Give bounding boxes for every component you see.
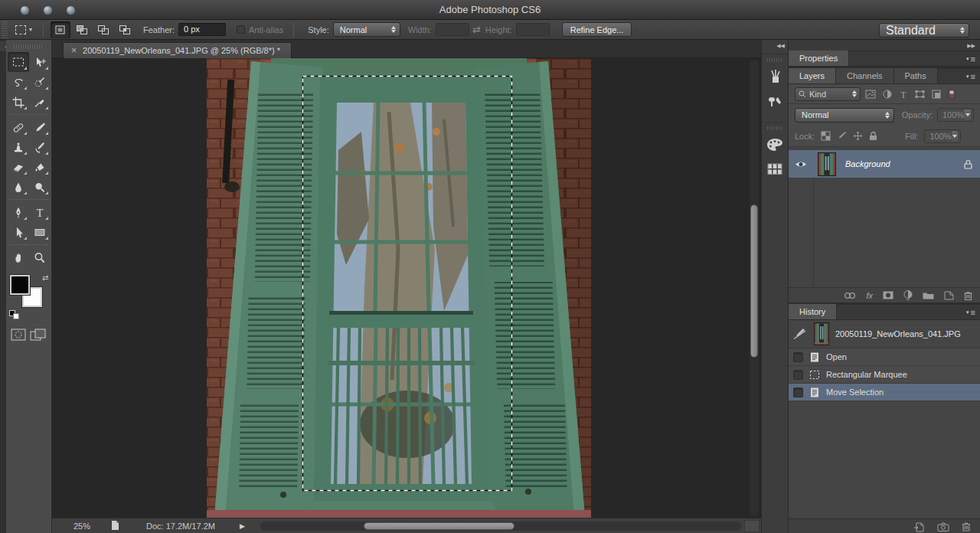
width-input[interactable] (436, 23, 469, 36)
antialias-checkbox[interactable] (237, 25, 245, 34)
screen-mode-dropdown[interactable]: Standard (879, 23, 969, 38)
foreground-color-swatch[interactable] (10, 275, 30, 295)
zoom-tool[interactable] (29, 247, 51, 267)
tab-layers[interactable]: Layers (789, 68, 836, 83)
rectangular-marquee-tool[interactable] (8, 52, 29, 72)
intersect-selection-button[interactable] (115, 21, 135, 38)
lock-all-icon[interactable] (869, 131, 877, 141)
pen-tool[interactable] (8, 202, 29, 222)
history-brush-tool[interactable] (29, 137, 51, 157)
history-item-rectangular-marquee[interactable]: Rectangular Marquee (789, 366, 980, 384)
history-snapshot-row[interactable]: 20050119_NewOrleans_041.JPG (789, 320, 980, 348)
tool-preset-picker[interactable]: ▾ (11, 24, 37, 36)
add-layer-mask-icon[interactable] (883, 291, 893, 299)
filter-shape-layers-icon[interactable] (915, 90, 925, 99)
screen-mode-button[interactable] (30, 329, 47, 345)
tab-paths[interactable]: Paths (894, 68, 938, 83)
dock-grip[interactable] (767, 126, 782, 130)
layer-visibility-toggle[interactable] (789, 160, 813, 168)
layer-filter-kind-dropdown[interactable]: Kind (795, 87, 861, 101)
close-tab-icon[interactable]: × (71, 45, 77, 56)
quick-mask-button[interactable] (11, 329, 26, 345)
gradient-tool[interactable] (29, 157, 51, 177)
layer-thumbnail[interactable] (818, 152, 836, 176)
quick-selection-tool[interactable] (29, 72, 51, 92)
layer-name[interactable]: Background (845, 159, 964, 168)
canvas-viewport[interactable] (52, 58, 761, 518)
feather-input[interactable]: 0 px (178, 23, 226, 36)
type-tool[interactable]: T (29, 202, 51, 222)
document-tab[interactable]: × 20050119_NewOrleans_041.JPG @ 25% (RGB… (63, 42, 292, 58)
swap-colors-icon[interactable]: ⇄ (42, 273, 48, 282)
eyedropper-tool[interactable] (29, 92, 51, 112)
document-size-readout[interactable]: Doc: 17.2M/17.2M (146, 522, 215, 531)
history-item-move-selection[interactable]: Move Selection (789, 384, 980, 401)
horizontal-scrollbar[interactable] (260, 522, 741, 531)
layer-row-background[interactable]: Background (789, 150, 980, 178)
new-document-from-state-icon[interactable] (913, 522, 925, 532)
layer-style-icon[interactable]: fx (866, 291, 873, 300)
add-to-selection-button[interactable] (72, 21, 92, 38)
lasso-tool[interactable] (8, 72, 29, 92)
delete-state-icon[interactable] (962, 522, 971, 531)
new-snapshot-icon[interactable] (937, 522, 949, 531)
history-source-checkbox[interactable] (793, 370, 803, 380)
collapse-panels-button[interactable]: ▶▶ (967, 43, 975, 49)
style-dropdown[interactable]: Normal (333, 22, 400, 37)
spot-healing-brush-tool[interactable] (8, 117, 29, 137)
crop-tool[interactable] (8, 92, 29, 112)
history-source-checkbox[interactable] (793, 352, 803, 362)
blend-mode-dropdown[interactable]: Normal (795, 108, 894, 123)
tools-panel-grip[interactable] (14, 44, 44, 49)
vertical-scrollbar-thumb[interactable] (750, 204, 758, 358)
delete-layer-icon[interactable] (964, 291, 972, 300)
eraser-tool[interactable] (8, 157, 29, 177)
tab-history[interactable]: History (789, 304, 837, 319)
history-item-open[interactable]: Open (789, 348, 980, 366)
height-input[interactable] (516, 23, 550, 36)
move-tool[interactable] (29, 52, 51, 72)
zoom-level[interactable]: 25% (74, 522, 90, 531)
lock-pixels-icon[interactable] (837, 131, 847, 141)
tab-channels[interactable]: Channels (836, 68, 893, 83)
dock-grip[interactable] (767, 58, 782, 62)
subtract-from-selection-button[interactable] (93, 21, 113, 38)
styles-panel-button[interactable] (765, 159, 785, 179)
filter-smart-objects-icon[interactable] (932, 90, 941, 99)
vertical-scrollbar[interactable] (750, 60, 759, 516)
blur-tool[interactable] (8, 177, 29, 197)
options-bar-grip[interactable] (2, 21, 8, 38)
new-adjustment-layer-icon[interactable] (903, 290, 913, 300)
new-group-icon[interactable] (923, 291, 934, 299)
new-selection-button[interactable] (51, 21, 70, 38)
opacity-dropdown[interactable]: 100% (937, 108, 974, 122)
lock-transparency-icon[interactable] (821, 131, 831, 141)
swatches-panel-button[interactable] (765, 135, 785, 155)
default-colors-icon[interactable] (9, 310, 19, 319)
path-selection-tool[interactable] (8, 222, 29, 242)
horizontal-scrollbar-thumb[interactable] (364, 522, 514, 530)
status-expand-icon[interactable]: ▶ (240, 522, 245, 530)
link-layers-icon[interactable] (844, 292, 856, 299)
brush-tool[interactable] (29, 117, 51, 137)
history-source-checkbox[interactable] (793, 387, 803, 397)
new-layer-icon[interactable] (944, 291, 954, 300)
properties-panel-menu-icon[interactable]: ▾≡ (966, 54, 975, 64)
hand-tool[interactable] (8, 247, 29, 267)
refine-edge-button[interactable]: Refine Edge... (562, 22, 632, 37)
clone-stamp-tool[interactable] (8, 137, 29, 157)
clone-source-panel-button[interactable] (765, 91, 785, 111)
filter-type-layers-icon[interactable]: T (899, 90, 908, 99)
dodge-tool[interactable] (29, 177, 51, 197)
tab-properties[interactable]: Properties (789, 51, 849, 66)
photo-new-orleans-window[interactable] (207, 58, 591, 518)
rectangle-shape-tool[interactable] (29, 222, 51, 242)
swap-dimensions-icon[interactable]: ⇄ (472, 24, 481, 35)
layers-panel-menu-icon[interactable]: ▾≡ (966, 72, 975, 81)
brush-presets-panel-button[interactable] (765, 67, 785, 87)
filtering-toggle-icon[interactable] (948, 89, 956, 100)
filter-adjustment-layers-icon[interactable] (883, 90, 892, 99)
filter-pixel-layers-icon[interactable] (865, 90, 876, 99)
expand-icon-dock-button[interactable]: ◀◀ (776, 43, 785, 49)
lock-position-icon[interactable] (853, 131, 863, 141)
